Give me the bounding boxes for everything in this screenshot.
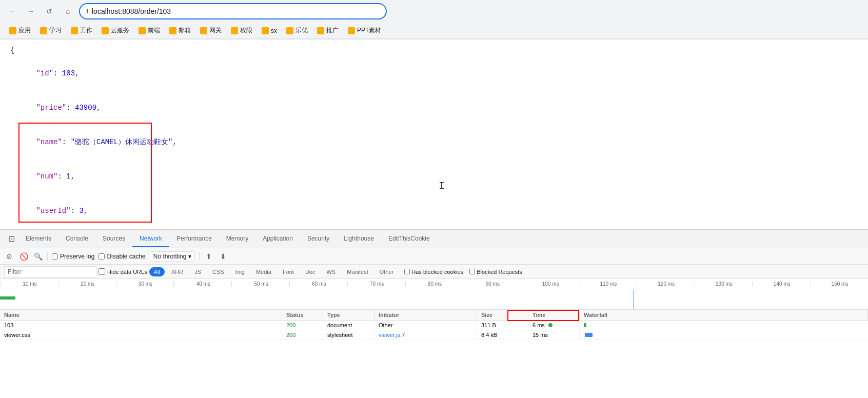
back-button[interactable]: ←: [5, 4, 19, 18]
tick-140ms: 140 ms: [752, 281, 810, 287]
blocked-requests-label[interactable]: Blocked Requests: [469, 269, 522, 275]
tick-10ms: 10 ms: [0, 281, 58, 287]
disable-cache-checkbox[interactable]: [98, 253, 105, 260]
stop-recording-button[interactable]: ⊘: [4, 251, 14, 262]
tick-20ms: 20 ms: [58, 281, 116, 287]
url-input[interactable]: localhost:8088/order/103: [92, 7, 380, 15]
cell-name-1: 103: [0, 321, 282, 330]
hide-data-urls-label[interactable]: Hide data URLs: [98, 268, 147, 275]
blocked-requests-checkbox[interactable]: [469, 269, 475, 274]
filter-img-button[interactable]: Img: [231, 267, 249, 276]
home-button[interactable]: ⌂: [61, 4, 75, 18]
bookmark-promo[interactable]: 推广: [313, 25, 343, 36]
bookmark-study[interactable]: 学习: [36, 25, 66, 36]
tab-console[interactable]: Console: [58, 231, 95, 247]
throttle-select[interactable]: No throttling ▾: [150, 251, 195, 262]
tab-performance[interactable]: Performance: [169, 231, 219, 247]
waterfall-bar-2: [585, 333, 593, 337]
download-icon[interactable]: ⬇: [218, 251, 228, 262]
bookmark-leyou[interactable]: 乐优: [282, 25, 312, 36]
blocked-cookies-label[interactable]: Has blocked cookies: [404, 269, 463, 275]
preserve-log-checkbox[interactable]: [52, 253, 58, 260]
hide-data-urls-text: Hide data URLs: [107, 269, 147, 275]
filter-all-button[interactable]: All: [149, 267, 165, 276]
timeline-chart: [0, 290, 868, 310]
network-filters: Hide data URLs All XHR JS CSS Img Media …: [0, 265, 868, 279]
filter-ws-button[interactable]: WS: [322, 267, 340, 276]
cell-initiator-2[interactable]: viewer.js:7: [374, 330, 477, 340]
leyou-icon: [286, 27, 293, 34]
bookmark-label: 工作: [80, 26, 92, 35]
sx-icon: [262, 27, 269, 34]
gateway-icon: [200, 27, 207, 34]
tab-elements[interactable]: Elements: [18, 231, 58, 247]
cell-time-1: 6 ms: [528, 321, 580, 330]
promo-icon: [317, 27, 324, 34]
work-icon: [71, 27, 78, 34]
tab-lighthouse[interactable]: Lighthouse: [337, 231, 381, 247]
timeline-bar: [0, 296, 15, 300]
tick-100ms: 100 ms: [521, 281, 579, 287]
blocked-cookies-checkbox[interactable]: [404, 269, 410, 274]
waterfall-indicator-1: [548, 323, 553, 327]
upload-icon[interactable]: ⬆: [204, 251, 214, 262]
bookmark-sx[interactable]: sx: [258, 26, 281, 36]
bookmark-label: 应用: [18, 26, 31, 35]
bookmark-ppt[interactable]: PPT素材: [344, 25, 385, 36]
reload-button[interactable]: ↺: [42, 4, 56, 18]
tab-sources[interactable]: Sources: [95, 231, 132, 247]
tab-network[interactable]: Network: [132, 231, 169, 247]
bookmark-apps[interactable]: 应用: [5, 25, 35, 36]
hide-data-urls-checkbox[interactable]: [98, 268, 105, 275]
json-line-5: "num": 1,: [10, 160, 858, 194]
clear-button[interactable]: 🚫: [18, 251, 29, 262]
filter-css-button[interactable]: CSS: [208, 267, 229, 276]
network-table[interactable]: Name Status Type Initiator Size Time Wat…: [0, 310, 868, 398]
cell-initiator-1: Other: [374, 321, 477, 330]
initiator-link-2[interactable]: viewer.js:7: [379, 332, 405, 338]
tick-30ms: 30 ms: [116, 281, 174, 287]
tick-40ms: 40 ms: [173, 281, 231, 287]
filter-doc-button[interactable]: Doc: [301, 267, 320, 276]
cell-type-1: document: [323, 321, 374, 330]
filter-font-button[interactable]: Font: [278, 267, 299, 276]
bookmark-frontend[interactable]: 前端: [134, 25, 164, 36]
tab-editthiscookie[interactable]: EditThisCookie: [381, 231, 437, 247]
blocked-requests-text: Blocked Requests: [477, 269, 522, 275]
header-name: Name: [0, 310, 282, 320]
json-line-7: "user": {: [10, 228, 858, 229]
header-initiator: Initiator: [374, 310, 477, 320]
toolbar-divider-2: [199, 252, 200, 261]
filter-media-button[interactable]: Media: [251, 267, 276, 276]
tab-memory[interactable]: Memory: [219, 231, 255, 247]
bookmark-cloud[interactable]: 云服务: [97, 25, 133, 36]
preserve-log-label[interactable]: Preserve log: [52, 253, 94, 260]
tab-security[interactable]: Security: [300, 231, 337, 247]
table-row[interactable]: 103 200 document Other 311 B 6 ms: [0, 321, 868, 330]
table-row[interactable]: viewer.css 200 stylesheet viewer.js:7 8.…: [0, 330, 868, 340]
tab-application[interactable]: Application: [255, 231, 300, 247]
forward-button[interactable]: →: [24, 4, 38, 18]
devtools-toggle-button[interactable]: ⊡: [4, 232, 18, 246]
json-line-1: {: [10, 45, 858, 56]
bookmark-work[interactable]: 工作: [67, 25, 96, 36]
devtools-panel: ⊡ Elements Console Sources Network Perfo…: [0, 229, 868, 398]
bookmark-gateway[interactable]: 网关: [196, 25, 226, 36]
filter-input[interactable]: [4, 266, 96, 277]
filter-manifest-button[interactable]: Manifest: [342, 267, 373, 276]
disable-cache-label[interactable]: Disable cache: [98, 253, 145, 260]
filter-other-button[interactable]: Other: [375, 267, 399, 276]
filter-js-button[interactable]: JS: [190, 267, 206, 276]
browser-chrome: ← → ↺ ⌂ ℹ localhost:8088/order/103 应用 学习…: [0, 0, 868, 39]
ppt-icon: [348, 27, 355, 34]
bookmark-mail[interactable]: 邮箱: [165, 25, 195, 36]
text-cursor: I: [439, 178, 445, 194]
lock-icon: ℹ: [86, 8, 89, 15]
bookmark-permissions[interactable]: 权限: [227, 25, 257, 36]
filter-icon-button[interactable]: 🔍: [33, 251, 43, 262]
cell-size-2: 8.4 kB: [477, 330, 528, 340]
filter-xhr-button[interactable]: XHR: [167, 267, 188, 276]
address-bar[interactable]: ℹ localhost:8088/order/103: [79, 3, 387, 19]
apps-icon: [9, 27, 16, 34]
study-icon: [40, 27, 47, 34]
